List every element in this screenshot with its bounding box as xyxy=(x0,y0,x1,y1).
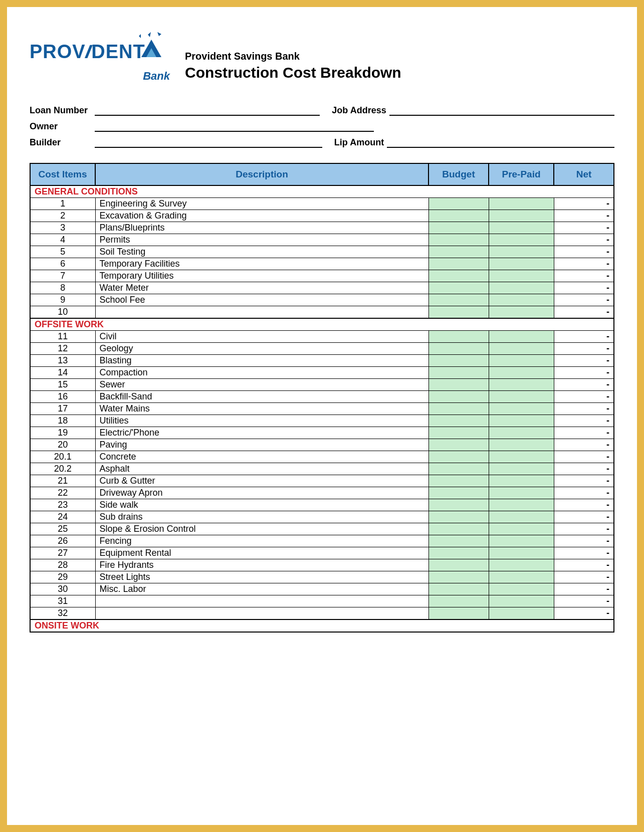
row-prepaid[interactable] xyxy=(489,210,554,222)
row-prepaid[interactable] xyxy=(489,607,554,620)
row-budget[interactable] xyxy=(428,475,489,487)
row-description: Soil Testing xyxy=(95,246,428,258)
row-prepaid[interactable] xyxy=(489,475,554,487)
row-prepaid[interactable] xyxy=(489,547,554,559)
row-budget[interactable] xyxy=(428,403,489,415)
table-row: 2Excavation & Grading- xyxy=(30,210,614,222)
row-budget[interactable] xyxy=(428,535,489,547)
row-prepaid[interactable] xyxy=(489,282,554,294)
row-prepaid[interactable] xyxy=(489,246,554,258)
row-prepaid[interactable] xyxy=(489,270,554,282)
owner-input[interactable] xyxy=(95,121,374,132)
row-budget[interactable] xyxy=(428,511,489,523)
row-budget[interactable] xyxy=(428,439,489,451)
row-description: Geology xyxy=(95,343,428,355)
row-budget[interactable] xyxy=(428,571,489,583)
row-prepaid[interactable] xyxy=(489,198,554,210)
row-prepaid[interactable] xyxy=(489,234,554,246)
row-prepaid[interactable] xyxy=(489,451,554,463)
row-prepaid[interactable] xyxy=(489,511,554,523)
row-prepaid[interactable] xyxy=(489,391,554,403)
row-budget[interactable] xyxy=(428,355,489,367)
row-budget[interactable] xyxy=(428,282,489,294)
row-number: 29 xyxy=(30,571,95,583)
table-row: 22Driveway Apron- xyxy=(30,487,614,499)
row-prepaid[interactable] xyxy=(489,355,554,367)
section-row: ONSITE WORK xyxy=(30,619,614,632)
cost-table: Cost Items Description Budget Pre-Paid N… xyxy=(30,163,614,633)
row-prepaid[interactable] xyxy=(489,367,554,379)
row-budget[interactable] xyxy=(428,331,489,343)
row-budget[interactable] xyxy=(428,367,489,379)
row-budget[interactable] xyxy=(428,463,489,475)
row-prepaid[interactable] xyxy=(489,559,554,571)
row-prepaid[interactable] xyxy=(489,343,554,355)
row-prepaid[interactable] xyxy=(489,571,554,583)
table-row: 8Water Meter- xyxy=(30,282,614,294)
row-budget[interactable] xyxy=(428,198,489,210)
row-net: - xyxy=(554,234,614,246)
row-description xyxy=(95,306,428,319)
row-budget[interactable] xyxy=(428,415,489,427)
table-row: 27Equipment Rental- xyxy=(30,547,614,559)
row-budget[interactable] xyxy=(428,258,489,270)
row-number: 18 xyxy=(30,415,95,427)
row-net: - xyxy=(554,463,614,475)
row-prepaid[interactable] xyxy=(489,427,554,439)
row-budget[interactable] xyxy=(428,210,489,222)
svg-marker-4 xyxy=(157,32,161,36)
row-net: - xyxy=(554,258,614,270)
row-prepaid[interactable] xyxy=(489,535,554,547)
row-net: - xyxy=(554,439,614,451)
row-prepaid[interactable] xyxy=(489,487,554,499)
row-prepaid[interactable] xyxy=(489,222,554,234)
row-prepaid[interactable] xyxy=(489,439,554,451)
row-budget[interactable] xyxy=(428,343,489,355)
row-number: 14 xyxy=(30,367,95,379)
row-budget[interactable] xyxy=(428,379,489,391)
row-budget[interactable] xyxy=(428,427,489,439)
row-budget[interactable] xyxy=(428,222,489,234)
row-description: Backfill-Sand xyxy=(95,391,428,403)
row-number: 13 xyxy=(30,355,95,367)
row-prepaid[interactable] xyxy=(489,294,554,306)
row-prepaid[interactable] xyxy=(489,415,554,427)
row-prepaid[interactable] xyxy=(489,595,554,607)
row-prepaid[interactable] xyxy=(489,258,554,270)
row-budget[interactable] xyxy=(428,234,489,246)
table-row: 4Permits- xyxy=(30,234,614,246)
row-budget[interactable] xyxy=(428,270,489,282)
row-prepaid[interactable] xyxy=(489,583,554,595)
job-address-input[interactable] xyxy=(389,105,614,116)
row-prepaid[interactable] xyxy=(489,331,554,343)
row-prepaid[interactable] xyxy=(489,306,554,319)
row-budget[interactable] xyxy=(428,607,489,620)
row-budget[interactable] xyxy=(428,595,489,607)
row-prepaid[interactable] xyxy=(489,499,554,511)
header-title: Construction Cost Breakdown xyxy=(185,64,614,81)
row-description: Plans/Blueprints xyxy=(95,222,428,234)
table-row: 28Fire Hydrants- xyxy=(30,559,614,571)
row-budget[interactable] xyxy=(428,559,489,571)
row-net: - xyxy=(554,391,614,403)
row-budget[interactable] xyxy=(428,547,489,559)
row-prepaid[interactable] xyxy=(489,523,554,535)
row-budget[interactable] xyxy=(428,391,489,403)
row-budget[interactable] xyxy=(428,451,489,463)
row-prepaid[interactable] xyxy=(489,379,554,391)
row-budget[interactable] xyxy=(428,294,489,306)
builder-input[interactable] xyxy=(95,137,322,148)
row-budget[interactable] xyxy=(428,583,489,595)
lip-amount-input[interactable] xyxy=(387,137,614,148)
row-budget[interactable] xyxy=(428,523,489,535)
loan-number-input[interactable] xyxy=(95,105,320,116)
row-budget[interactable] xyxy=(428,246,489,258)
row-description: Misc. Labor xyxy=(95,583,428,595)
row-prepaid[interactable] xyxy=(489,403,554,415)
row-budget[interactable] xyxy=(428,487,489,499)
row-budget[interactable] xyxy=(428,499,489,511)
row-budget[interactable] xyxy=(428,306,489,319)
row-net: - xyxy=(554,343,614,355)
table-row: 31- xyxy=(30,595,614,607)
row-prepaid[interactable] xyxy=(489,463,554,475)
